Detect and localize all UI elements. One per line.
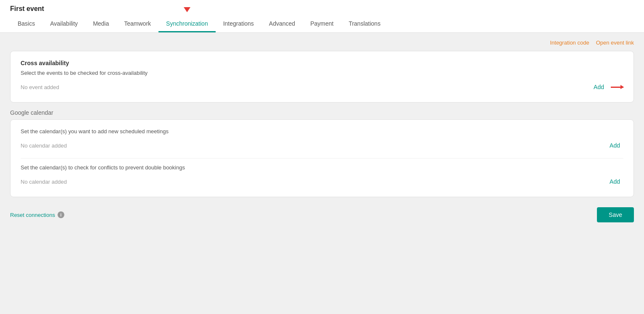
bottom-bar: Reset connections i Save bbox=[10, 204, 634, 226]
tab-basics[interactable]: Basics bbox=[10, 16, 42, 32]
add-scheduled-meetings-button[interactable]: Add bbox=[606, 140, 623, 150]
tab-availability[interactable]: Availability bbox=[42, 16, 85, 32]
calendar-divider bbox=[21, 158, 623, 158]
top-bar: First event Basics Availability Media Te… bbox=[0, 0, 644, 33]
tab-teamwork[interactable]: Teamwork bbox=[116, 16, 158, 32]
no-calendar-scheduled-text: No calendar added bbox=[21, 142, 67, 149]
no-calendar-conflicts-text: No calendar added bbox=[21, 179, 67, 185]
cross-availability-title: Cross availability bbox=[21, 60, 623, 66]
right-arrow bbox=[611, 87, 623, 88]
cross-availability-row: No event added Add bbox=[21, 80, 623, 94]
right-arrow-indicator bbox=[611, 87, 623, 88]
content-area: Integration code Open event link Cross a… bbox=[0, 33, 644, 313]
tab-advanced[interactable]: Advanced bbox=[261, 16, 303, 32]
scheduled-meetings-description: Set the calendar(s) you want to add new … bbox=[21, 128, 623, 135]
event-title: First event bbox=[10, 0, 634, 16]
cross-availability-description: Select the events to be checked for cros… bbox=[21, 70, 623, 76]
add-conflicts-button[interactable]: Add bbox=[606, 177, 623, 187]
tab-synchronization[interactable]: Synchronization bbox=[158, 16, 216, 32]
reset-connections-container: Reset connections i bbox=[10, 211, 64, 218]
down-arrow-indicator bbox=[184, 7, 190, 13]
conflicts-description: Set the calendar(s) to check for conflic… bbox=[21, 164, 623, 171]
google-calendar-card: Set the calendar(s) you want to add new … bbox=[10, 119, 634, 197]
tabs-nav: Basics Availability Media Teamwork Synch… bbox=[10, 16, 634, 32]
add-cross-availability-container: Add bbox=[590, 82, 623, 92]
top-links: Integration code Open event link bbox=[10, 40, 634, 46]
no-event-text: No event added bbox=[21, 84, 59, 90]
save-button[interactable]: Save bbox=[597, 207, 634, 222]
conflicts-row: No calendar added Add bbox=[21, 175, 623, 188]
info-icon[interactable]: i bbox=[58, 211, 64, 218]
google-calendar-section-title: Google calendar bbox=[10, 109, 634, 116]
cross-availability-card: Cross availability Select the events to … bbox=[10, 51, 634, 103]
tab-payment[interactable]: Payment bbox=[303, 16, 341, 32]
reset-connections-button[interactable]: Reset connections bbox=[10, 212, 55, 218]
tab-translations[interactable]: Translations bbox=[341, 16, 388, 32]
open-event-link[interactable]: Open event link bbox=[596, 40, 634, 46]
tab-integrations[interactable]: Integrations bbox=[216, 16, 261, 32]
tab-media[interactable]: Media bbox=[85, 16, 116, 32]
scheduled-meetings-row: No calendar added Add bbox=[21, 139, 623, 152]
add-cross-availability-button[interactable]: Add bbox=[590, 82, 607, 92]
integration-code-link[interactable]: Integration code bbox=[550, 40, 589, 46]
